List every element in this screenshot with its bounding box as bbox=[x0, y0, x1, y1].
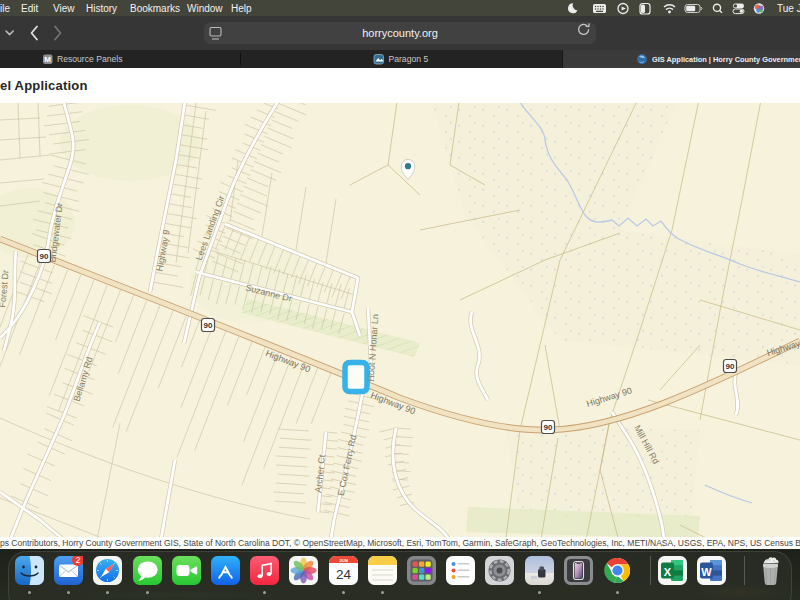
svg-text:horrycounty.org: horrycounty.org bbox=[362, 27, 438, 39]
svg-text:90: 90 bbox=[40, 252, 49, 261]
svg-text:M: M bbox=[44, 55, 51, 64]
svg-text:90: 90 bbox=[726, 362, 735, 371]
svg-text:X: X bbox=[663, 566, 671, 578]
svg-text:W: W bbox=[701, 566, 712, 578]
svg-text:Paragon 5: Paragon 5 bbox=[389, 54, 429, 64]
svg-text:JUN: JUN bbox=[339, 558, 348, 563]
svg-text:GIS Application | Horry County: GIS Application | Horry County Governmen bbox=[652, 55, 800, 64]
svg-text:90: 90 bbox=[544, 423, 553, 432]
svg-text:90: 90 bbox=[204, 321, 213, 330]
svg-text:2: 2 bbox=[76, 556, 81, 565]
svg-text:Resource Panels: Resource Panels bbox=[57, 54, 122, 64]
svg-text:24: 24 bbox=[336, 567, 352, 582]
